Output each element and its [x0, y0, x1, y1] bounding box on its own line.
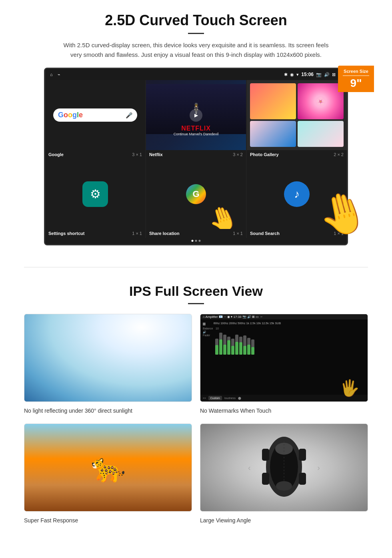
app-grid-bottom: ⚙ G 🤚 ♪	[45, 159, 347, 229]
feature-cheetah: 🐆 Super Fast Response	[24, 424, 192, 525]
settings-icon-wrap: ⚙	[82, 181, 108, 207]
photo-gallery-cell[interactable]: 🌸	[247, 80, 347, 150]
amp-statusbar: ⌂ Amplifier 📧 ··· ◉ ▾ 17:33 📷 🔊 ⊠ ▭ ←	[200, 314, 368, 319]
wifi-icon: ▾	[296, 72, 299, 77]
cheetah-emoji: 🐆	[91, 451, 126, 484]
device-screen: ⌂ ⌁ ✱ ◉ ▾ 15:06 📷 🔊 ⊠ ▭	[44, 68, 348, 245]
feature-img-amplifier: ⌂ Amplifier 📧 ··· ◉ ▾ 17:33 📷 🔊 ⊠ ▭ ← ||…	[200, 314, 368, 402]
gmaps-icon-wrap: G	[183, 181, 209, 207]
section1-description: With 2.5D curved-display screen, this de…	[60, 40, 332, 60]
settings-cell[interactable]: ⚙	[45, 159, 145, 229]
feature-label-car: Large Viewing Angle	[200, 516, 368, 525]
amplifier-visual: ⌂ Amplifier 📧 ··· ◉ ▾ 17:33 📷 🔊 ⊠ ▭ ← ||…	[200, 314, 368, 401]
play-button[interactable]: ▶	[190, 109, 202, 122]
section-curved-screen: 2.5D Curved Touch Screen With 2.5D curve…	[0, 0, 392, 255]
gallery-thumb-4	[298, 121, 344, 147]
feature-car: ‹ › Large Viewing Angle	[200, 424, 368, 525]
feature-img-sunlight	[24, 314, 192, 402]
home-icon: ⌂	[50, 72, 53, 77]
status-time: 15:06	[301, 72, 314, 77]
svg-rect-7	[299, 473, 306, 485]
svg-rect-4	[262, 449, 269, 461]
nav-dots	[192, 240, 201, 242]
google-label: Google 3 × 1	[45, 150, 145, 159]
bluetooth-icon: ✱	[284, 72, 288, 77]
music-note-icon: ♪	[294, 188, 300, 201]
hand-touch-icon: 🤚	[204, 200, 242, 229]
amp-title: ||| 60hz 100hz 200hz 500hz 1k 2.5k 10k 1…	[203, 322, 365, 325]
settings-label: Settings shortcut 1 × 1	[45, 229, 145, 238]
car-visual: ‹ ›	[200, 424, 368, 511]
app-grid-top: Google 🎤 🕴 ▶ NETFLIX Continue Marvel's D…	[45, 80, 347, 150]
status-left: ⌂ ⌁	[50, 72, 60, 77]
netflix-label: Netflix 3 × 2	[146, 150, 246, 159]
share-location-cell[interactable]: G 🤚	[146, 159, 246, 229]
car-topview-svg	[256, 427, 312, 507]
volume-icon: 🔊	[324, 72, 330, 77]
badge-label: Screen Size	[340, 69, 372, 74]
badge-divider	[343, 75, 369, 76]
feature-label-amplifier: No Watermarks When Touch	[200, 406, 368, 415]
feature-amplifier: ⌂ Amplifier 📧 ··· ◉ ▾ 17:33 📷 🔊 ⊠ ▭ ← ||…	[200, 314, 368, 415]
badge-size: 9"	[340, 78, 372, 89]
gallery-thumb-2: 🌸	[298, 83, 344, 119]
cheetah-visual: 🐆	[24, 424, 192, 511]
status-right: ✱ ◉ ▾ 15:06 📷 🔊 ⊠ ▭	[284, 72, 342, 77]
feature-img-car: ‹ ›	[200, 424, 368, 512]
sunlight-visual	[24, 314, 192, 401]
gallery-thumb-3	[250, 121, 296, 147]
camera-icon: 📷	[316, 72, 322, 77]
battery-icon: ⊠	[332, 72, 336, 77]
app-label-row-2: Settings shortcut 1 × 1 Share location 1…	[45, 229, 347, 238]
section2-divider	[188, 303, 204, 304]
feature-sunlight: No light reflecting under 360° direct su…	[24, 314, 192, 415]
google-logo: Google	[58, 111, 83, 119]
hand-touch-amplifier: 🖐	[340, 379, 360, 397]
gmaps-icon: G	[186, 184, 206, 204]
google-search-bar[interactable]: Google 🎤	[53, 108, 137, 122]
custom-btn[interactable]: Custom	[208, 396, 222, 400]
device-wrapper: Screen Size 9" ⌂ ⌁ ✱ ◉ ▾ 15:06 📷 🔊	[44, 68, 348, 245]
section1-title: 2.5D Curved Touch Screen	[24, 12, 368, 29]
usb-icon: ⌁	[58, 72, 60, 77]
feature-label-cheetah: Super Fast Response	[24, 516, 192, 525]
feature-img-cheetah: 🐆	[24, 424, 192, 512]
netflix-logo: NETFLIX Continue Marvel's Daredevil	[174, 125, 218, 136]
nav-dot-1[interactable]	[192, 240, 194, 242]
nav-dot-3[interactable]	[199, 240, 201, 242]
nav-dots-bar	[45, 238, 347, 244]
sound-icon-wrap: ♪	[284, 181, 310, 207]
gallery-thumb-1	[250, 83, 296, 119]
gallery-label: Photo Gallery 2 × 2	[247, 150, 347, 159]
settings-gear-icon: ⚙	[90, 187, 101, 201]
feature-grid: No light reflecting under 360° direct su…	[24, 314, 368, 525]
title-divider	[188, 33, 204, 34]
section2-title: IPS Full Screen View	[24, 283, 368, 299]
nav-dot-2[interactable]	[195, 240, 197, 242]
svg-rect-6	[262, 473, 269, 485]
share-label: Share location 1 × 1	[146, 229, 246, 238]
netflix-app-cell[interactable]: 🕴 ▶ NETFLIX Continue Marvel's Daredevil	[146, 80, 246, 150]
location-icon: ◉	[290, 72, 294, 77]
section-ips: IPS Full Screen View No light reflecting…	[0, 279, 392, 533]
section-divider	[24, 267, 368, 267]
app-label-row-1: Google 3 × 1 Netflix 3 × 2 Photo Gallery…	[45, 150, 347, 159]
feature-label-sunlight: No light reflecting under 360° direct su…	[24, 406, 192, 415]
screen-size-badge: Screen Size 9"	[338, 66, 374, 92]
status-bar: ⌂ ⌁ ✱ ◉ ▾ 15:06 📷 🔊 ⊠ ▭	[45, 69, 347, 80]
svg-rect-5	[299, 449, 306, 461]
google-app-cell[interactable]: Google 🎤	[45, 80, 145, 150]
google-mic-icon[interactable]: 🎤	[126, 112, 132, 118]
